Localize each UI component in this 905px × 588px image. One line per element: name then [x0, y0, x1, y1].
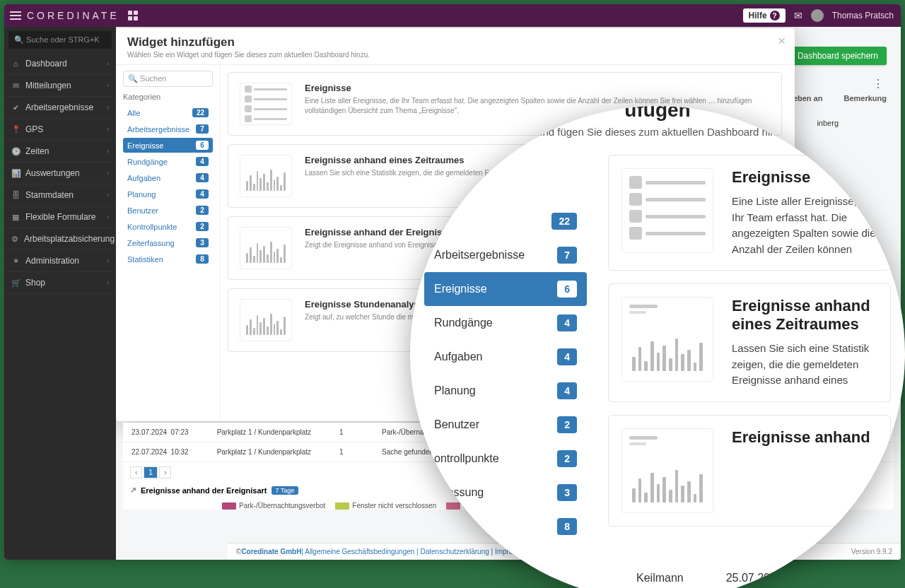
sidebar-item[interactable]: 📍GPS‹ [4, 119, 116, 141]
count-badge: 4 [557, 382, 577, 399]
legend-item: Fenster nicht verschlossen [335, 502, 436, 510]
widget-search-input[interactable]: 🔍 Suchen [123, 71, 213, 87]
period-tag: 7 Tage [272, 486, 299, 495]
sidebar-item[interactable]: ⌂Dashboard‹ [4, 53, 116, 75]
company-link[interactable]: Coredinate GmbH [241, 548, 301, 555]
more-menu-icon[interactable]: ⋮ [871, 76, 885, 90]
nav-icon: ✔ [11, 103, 20, 112]
search-input[interactable]: 🔍 Suche oder STRG+K [8, 31, 112, 49]
category-item[interactable]: Benutzer2 [123, 203, 213, 218]
count-badge: 3 [196, 238, 209, 247]
count-badge: 4 [196, 157, 209, 166]
chevron-icon: ‹ [107, 126, 109, 133]
zoom-footer-name: Keilmann [636, 572, 684, 584]
widget-title: Ereignisse anhand eines Zeitraumes [732, 297, 877, 334]
widget-thumb [240, 299, 292, 341]
modal-subtitle: Wählen Sie ein Widget und fügen Sie dies… [127, 51, 783, 59]
category-item[interactable]: Zeiterfassung3 [123, 235, 213, 250]
category-item[interactable]: Statistiken8 [123, 252, 213, 266]
help-icon: ? [770, 11, 780, 20]
nav-icon: 📊 [11, 169, 20, 178]
sidebar-item[interactable]: ▦Flexible Formulare‹ [4, 206, 116, 228]
category-item[interactable]: Aufgaben4 [123, 170, 213, 185]
widget-desc: Lassen Sie sich eine Statistik zeigen, d… [732, 341, 877, 389]
sidebar-item[interactable]: ✶Administration‹ [4, 250, 116, 272]
count-badge: 2 [557, 450, 577, 467]
zoom-category-item[interactable]: Rundgänge4 [424, 306, 587, 340]
zoom-category-item[interactable]: Arbeitsergebnisse7 [424, 238, 587, 272]
count-badge: 6 [196, 141, 209, 150]
brand-logo: COREDINATE [27, 10, 119, 21]
widget-title: Ereignisse anhand [732, 428, 870, 447]
sidebar-item[interactable]: ⚙Arbeitsplatzabsicherung‹ [4, 228, 116, 250]
category-item[interactable]: Rundgänge4 [123, 154, 213, 169]
chevron-icon: ‹ [107, 213, 109, 220]
zoom-category-item[interactable]: Ereignisse6 [424, 272, 587, 306]
table-cell: inberg [817, 119, 839, 127]
zoom-lens: ufügen et und fügen Sie dieses zum aktue… [410, 106, 905, 588]
count-badge: 8 [196, 254, 209, 264]
nav-label: Administration [25, 256, 79, 266]
category-item[interactable]: Ereignisse6 [123, 138, 213, 153]
table-header: Bemerkung [843, 94, 887, 102]
count-badge: 22 [192, 108, 209, 117]
category-item[interactable]: Arbeitsergebnisse7 [123, 122, 213, 136]
widget-title: Ereignisse [305, 83, 770, 93]
count-badge: 8 [557, 518, 577, 535]
zoom-footer-date: 25.07.20 [726, 572, 770, 584]
widget-thumb [240, 227, 292, 269]
nav-label: Mitteilungen [25, 81, 71, 90]
count-badge: 22 [551, 213, 577, 230]
category-item[interactable]: Kontrollpunkte2 [123, 219, 213, 234]
sidebar-item[interactable]: 📊Auswertungen‹ [4, 163, 116, 184]
mail-icon[interactable]: ✉ [794, 10, 802, 21]
help-label: Hilfe [749, 11, 767, 20]
zoom-widget-card[interactable]: Ereignisse anhand eines ZeitraumesLassen… [608, 283, 891, 402]
help-button[interactable]: Hilfe ? [743, 8, 786, 23]
nav-label: Arbeitsergebnisse [25, 102, 93, 112]
copyright: © [236, 548, 241, 555]
category-heading: Kategorien [123, 93, 213, 101]
sidebar-item[interactable]: 🕒Zeiten‹ [4, 141, 116, 163]
nav-icon: 🕒 [11, 147, 20, 156]
category-item[interactable]: Alle22 [123, 105, 213, 120]
nav-icon: ✶ [11, 257, 20, 266]
nav-icon: 🗄 [11, 191, 20, 199]
zoom-widget-card[interactable]: Ereignisse anhand [608, 415, 891, 527]
count-badge: 7 [196, 124, 209, 134]
sidebar-item[interactable]: 🗄Stammdaten‹ [4, 184, 116, 206]
count-badge: 2 [557, 416, 577, 433]
grid-icon[interactable] [128, 11, 138, 20]
count-badge: 3 [557, 484, 577, 501]
zoom-category-item[interactable]: Aufgaben4 [424, 340, 587, 374]
nav-label: Dashboard [25, 59, 67, 69]
sidebar-item[interactable]: 🛒Shop‹ [4, 272, 116, 294]
count-badge: 4 [557, 314, 577, 331]
sidebar-item[interactable]: ✔Arbeitsergebnisse‹ [4, 97, 116, 119]
zoom-category-item[interactable]: Benutzer2 [424, 408, 587, 442]
footer-links[interactable]: | Allgemeine Geschäftsbedingungen | Date… [301, 548, 530, 555]
nav-label: Arbeitsplatzabsicherung [24, 234, 115, 244]
sidebar-item[interactable]: ✉Mitteilungen‹ [4, 75, 116, 97]
count-badge: 7 [557, 247, 577, 264]
chevron-icon: ‹ [107, 82, 109, 89]
nav-icon: ▦ [11, 213, 20, 222]
nav-label: Auswertungen [25, 168, 80, 178]
category-item[interactable]: Planung4 [123, 187, 213, 201]
zoom-category-item[interactable]: Planung4 [424, 374, 587, 408]
close-icon[interactable]: ✕ [778, 35, 786, 47]
avatar[interactable] [811, 9, 824, 22]
widget-thumb [240, 155, 292, 197]
version: Version 9.9.2 [851, 548, 892, 555]
zoom-category-item[interactable]: ontrollpunkte2 [424, 442, 587, 476]
username[interactable]: Thomas Pratsch [832, 11, 894, 20]
count-badge: 4 [196, 173, 209, 182]
count-badge: 6 [557, 281, 577, 298]
widget-thumb [240, 83, 292, 125]
menu-toggle[interactable] [4, 11, 24, 20]
dashboard-save-button[interactable]: Dashboard speichern [789, 47, 887, 65]
chevron-icon: ‹ [107, 60, 109, 67]
nav-label: Shop [25, 278, 45, 288]
count-badge: 2 [196, 222, 209, 231]
resize-icon[interactable]: ↗ [130, 486, 136, 495]
